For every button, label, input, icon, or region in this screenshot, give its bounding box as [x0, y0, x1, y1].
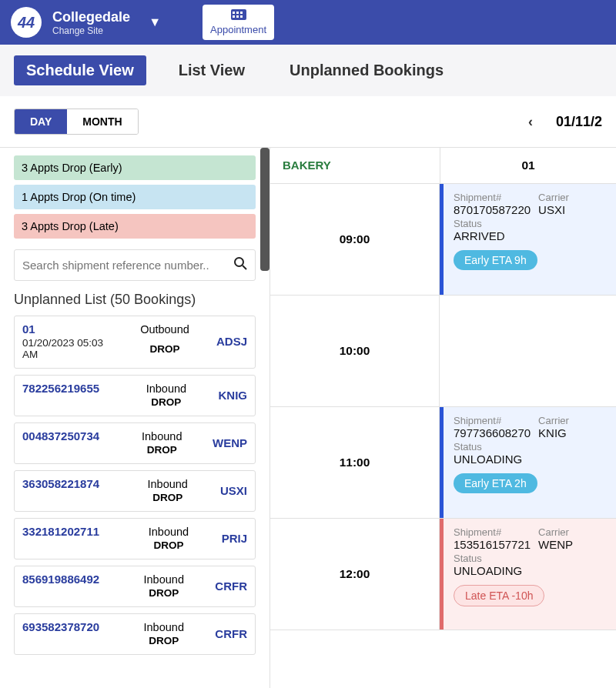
booking-carrier: PRIJ — [222, 532, 247, 545]
carrier-label: Carrier — [538, 192, 608, 203]
time-cell: 10:00 — [270, 296, 440, 406]
search-icon — [233, 256, 247, 274]
unplanned-card[interactable]: 856919886492InboundCRFRDROP — [14, 566, 256, 607]
eta-badge: Early ETA 2h — [454, 473, 537, 493]
carrier-label: Carrier — [538, 526, 608, 538]
booking-direction: Inbound — [120, 382, 212, 395]
tab-schedule-view[interactable]: Schedule View — [14, 55, 146, 85]
booking-carrier: KNIG — [219, 389, 248, 402]
schedule-row: 10:00 — [270, 296, 616, 407]
eta-badge: Late ETA -10h — [454, 585, 544, 606]
booking-direction: Outbound — [119, 323, 210, 336]
search-input[interactable] — [22, 259, 233, 272]
schedule-grid: BAKERY 01 09:00Shipment#870170587220Carr… — [270, 147, 616, 688]
prev-day-button[interactable]: ‹ — [528, 114, 533, 130]
svg-rect-1 — [233, 12, 235, 14]
eta-badge: Early ETA 9h — [454, 250, 537, 270]
view-tabs: Schedule View List View Unplanned Bookin… — [0, 45, 616, 96]
date-navigator: ‹ 01/11/2 — [528, 114, 602, 130]
booking-datetime: 01/20/2023 05:03 AM — [22, 337, 113, 360]
appointment-label: Appointment — [210, 24, 266, 35]
status-label: Status — [454, 441, 608, 453]
carrier-code: USXI — [538, 203, 608, 216]
booking-direction: Inbound — [118, 430, 207, 443]
status-value: ARRIVED — [454, 229, 608, 242]
logo: 44 — [11, 7, 42, 38]
shipment-number: 797736608270 — [454, 426, 531, 439]
unplanned-card[interactable]: 693582378720InboundCRFRDROP — [14, 613, 256, 655]
site-selector[interactable]: Collegedale Change Site ▼ — [52, 9, 161, 36]
booking-id: 782256219655 — [22, 382, 114, 395]
appointment-button[interactable]: Appointment — [203, 5, 274, 40]
unplanned-list: 01OutboundADSJ01/20/2023 05:03 AMDROP782… — [14, 316, 256, 655]
svg-rect-0 — [231, 9, 246, 20]
status-label: Status — [454, 218, 608, 229]
status-stripe — [440, 407, 444, 518]
booking-drop: DROP — [119, 635, 209, 646]
booking-carrier: CRFR — [215, 627, 247, 640]
status-stripe — [440, 519, 444, 630]
booking-direction: Inbound — [119, 621, 209, 633]
booking-carrier: ADSJ — [216, 335, 247, 348]
schedule-row: 12:00Shipment#153516157721CarrierWENPSta… — [270, 519, 616, 630]
shipment-label: Shipment# — [454, 526, 531, 538]
change-site-label: Change Site — [52, 25, 130, 36]
booking-id: 01 — [22, 322, 113, 336]
calendar-icon — [231, 8, 246, 22]
svg-rect-2 — [236, 12, 239, 14]
appointment-cell — [440, 296, 616, 406]
booking-drop: DROP — [119, 587, 209, 599]
unplanned-list-title: Unplanned List (50 Bookings) — [14, 292, 256, 308]
filter-early[interactable]: 3 Appts Drop (Early) — [14, 155, 256, 180]
unplanned-card[interactable]: 782256219655InboundKNIGDROP — [14, 375, 256, 416]
booking-direction: Inbound — [119, 573, 209, 586]
schedule-row: 11:00Shipment#797736608270CarrierKNIGSta… — [270, 407, 616, 519]
unplanned-card[interactable]: 363058221874InboundUSXIDROP — [14, 470, 256, 512]
shipment-label: Shipment# — [454, 415, 531, 426]
search-box[interactable] — [14, 249, 256, 281]
carrier-code: WENP — [538, 538, 608, 551]
toggle-month[interactable]: MONTH — [67, 109, 137, 134]
unplanned-card[interactable]: 01OutboundADSJ01/20/2023 05:03 AMDROP — [14, 316, 256, 369]
time-cell: 09:00 — [270, 184, 440, 295]
appointment-cell[interactable]: Shipment#870170587220CarrierUSXIStatusAR… — [440, 184, 616, 295]
booking-id: 693582378720 — [22, 620, 112, 633]
svg-rect-4 — [233, 15, 235, 18]
filter-late[interactable]: 3 Appts Drop (Late) — [14, 214, 256, 239]
status-value: UNLOADING — [454, 453, 608, 466]
shipment-number: 870170587220 — [454, 203, 531, 216]
booking-id: 363058221874 — [22, 477, 115, 490]
tab-list-view[interactable]: List View — [166, 55, 257, 85]
booking-carrier: CRFR — [215, 579, 247, 593]
main-content: 3 Appts Drop (Early) 1 Appts Drop (On ti… — [0, 147, 616, 688]
shipment-label: Shipment# — [454, 192, 531, 203]
unplanned-card[interactable]: 004837250734InboundWENPDROP — [14, 422, 256, 464]
sidebar: 3 Appts Drop (Early) 1 Appts Drop (On ti… — [0, 147, 270, 688]
schedule-row: 09:00Shipment#870170587220CarrierUSXISta… — [270, 184, 616, 296]
svg-point-7 — [235, 258, 243, 266]
status-label: Status — [454, 553, 608, 564]
booking-carrier: USXI — [220, 484, 247, 497]
appointment-cell[interactable]: Shipment#797736608270CarrierKNIGStatusUN… — [440, 407, 616, 518]
booking-id: 004837250734 — [22, 429, 112, 443]
carrier-code: KNIG — [538, 426, 608, 439]
unplanned-card[interactable]: 332181202711InboundPRIJDROP — [14, 518, 256, 559]
svg-rect-6 — [240, 15, 243, 18]
scrollbar[interactable] — [260, 148, 270, 271]
appointment-cell[interactable]: Shipment#153516157721CarrierWENPStatusUN… — [440, 519, 616, 630]
filter-ontime[interactable]: 1 Appts Drop (On time) — [14, 185, 256, 209]
current-date: 01/11/2 — [556, 114, 602, 130]
booking-drop: DROP — [121, 492, 214, 503]
tab-unplanned-bookings[interactable]: Unplanned Bookings — [277, 55, 456, 85]
booking-drop: DROP — [122, 539, 215, 551]
resource-label: BAKERY — [270, 148, 440, 183]
booking-drop: DROP — [119, 343, 210, 355]
time-cell: 11:00 — [270, 407, 440, 518]
toolbar: DAY MONTH ‹ 01/11/2 — [0, 96, 616, 147]
booking-carrier: WENP — [213, 436, 247, 449]
chevron-down-icon: ▼ — [149, 15, 161, 29]
day-column-header[interactable]: 01 — [440, 148, 616, 183]
toggle-day[interactable]: DAY — [15, 109, 67, 134]
booking-id: 856919886492 — [22, 573, 112, 586]
top-header: 44 Collegedale Change Site ▼ Appointment — [0, 0, 616, 45]
